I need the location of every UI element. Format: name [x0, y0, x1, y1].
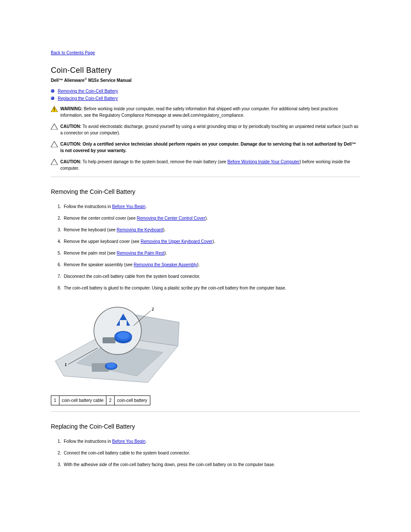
caution-2-label: CAUTION: [60, 142, 81, 146]
svg-point-10 [94, 307, 141, 355]
remove-step-8: 8. The coin-cell battery is glued to the… [51, 285, 360, 291]
step-number: 5. [51, 250, 64, 256]
step-text-post: . [146, 204, 147, 209]
caution-1-label: CAUTION: [60, 124, 81, 129]
replace-step-3: 3. With the adhesive side of the coin-ce… [51, 461, 360, 468]
step-number: 1. [51, 438, 64, 445]
caution-row-3: CAUTION: To help prevent damage to the s… [51, 159, 360, 171]
step-number: 4. [51, 238, 64, 245]
step-text-post: ). [212, 239, 215, 244]
svg-rect-1 [54, 108, 55, 110]
svg-point-21 [107, 363, 115, 368]
figure-coin-cell: 1 2 [51, 296, 360, 391]
svg-rect-2 [54, 111, 55, 112]
callout-1-num: 1 [51, 396, 59, 405]
step-text-pre: Follow the instructions in [64, 439, 112, 444]
table-row: 1 coin-cell battery cable 2 coin-cell ba… [51, 396, 150, 405]
remove-step-3: 3. Remove the keyboard (see Removing the… [51, 227, 360, 233]
link-removing-coin-cell[interactable]: Removing the Coin-Cell Battery [58, 89, 118, 93]
step-text-pre: Remove the upper keyboard cover (see [64, 239, 140, 244]
step-text: The coin-cell battery is glued to the co… [64, 286, 286, 290]
callout-2-num: 2 [106, 396, 115, 405]
remove-step-1: 1. Follow the instructions in Before You… [51, 203, 360, 210]
caution-3-text: CAUTION: To help prevent damage to the s… [60, 159, 360, 171]
caution-2-text: CAUTION: Only a certified service techni… [60, 141, 360, 154]
divider-2 [51, 411, 360, 412]
service-manual-line: Dell™ Alienware® M15x Service Manual [51, 77, 360, 84]
step-link[interactable]: Before You Begin [112, 439, 145, 444]
caution-3-pre: To help prevent damage to the system boa… [81, 159, 227, 164]
step-number: 3. [51, 461, 64, 468]
step-text-pre: Remove the speaker assembly (see [64, 262, 134, 267]
section-links-list: Removing the Coin-Cell Battery Replacing… [51, 88, 360, 102]
callout-1-text: coin-cell battery cable [59, 396, 106, 405]
bullet-item-replace: Replacing the Coin-Cell Battery [51, 95, 360, 102]
step-number: 6. [51, 261, 64, 268]
link-replacing-coin-cell[interactable]: Replacing the Coin-Cell Battery [58, 96, 118, 101]
subsection-removing-title: Removing the Coin-Cell Battery [51, 187, 360, 196]
caution-row-2: CAUTION: Only a certified service techni… [51, 141, 360, 154]
caution-1-text: CAUTION: To avoid electrostatic discharg… [60, 124, 360, 136]
svg-text:2: 2 [152, 307, 154, 311]
remove-step-2: 2. Remove the center control cover (see … [51, 215, 360, 221]
step-number: 8. [51, 285, 64, 291]
svg-rect-11 [103, 337, 115, 343]
svg-marker-3 [51, 124, 58, 130]
svg-point-14 [117, 332, 129, 339]
caution-row-1: CAUTION: To avoid electrostatic discharg… [51, 124, 360, 136]
caution-icon [51, 141, 60, 147]
step-link[interactable]: Removing the Speaker Assembly [134, 262, 197, 267]
svg-text:1: 1 [65, 362, 67, 367]
step-text-post: ). [164, 251, 167, 255]
callout-table: 1 coin-cell battery cable 2 coin-cell ba… [51, 395, 150, 405]
callout-2-text: coin-cell battery [114, 396, 150, 405]
warning-label: WARNING: [60, 106, 83, 111]
step-number: 2. [51, 450, 64, 456]
step-number: 3. [51, 227, 64, 233]
step-text-pre: Remove the palm rest (see [64, 251, 117, 255]
step-text-post: ). [206, 216, 208, 221]
step-link[interactable]: Removing the Keyboard [117, 227, 163, 232]
caution-icon [51, 124, 60, 130]
step-text: Disconnect the coin-cell battery cable f… [64, 274, 200, 279]
caution-2-body: Only a certified service technician shou… [60, 142, 356, 153]
warning-icon [51, 106, 60, 112]
warning-text: WARNING: Before working inside your comp… [60, 106, 360, 118]
back-to-contents-top: Back to Contents Page [51, 50, 360, 56]
step-link[interactable]: Removing the Upper Keyboard Cover [140, 239, 212, 244]
subsection-replacing-title: Replacing the Coin-Cell Battery [51, 422, 360, 431]
step-text-pre: Remove the center control cover (see [64, 216, 137, 221]
step-text: With the adhesive side of the coin-cell … [64, 462, 275, 467]
step-text-post: ). [163, 227, 165, 232]
page-title: Coin-Cell Battery [51, 65, 360, 76]
step-number: 2. [51, 215, 64, 221]
remove-step-4: 4. Remove the upper keyboard cover (see … [51, 238, 360, 245]
step-number: 1. [51, 203, 64, 210]
bullet-item-remove: Removing the Coin-Cell Battery [51, 88, 360, 94]
remove-step-5: 5. Remove the palm rest (see Removing th… [51, 250, 360, 256]
step-text-pre: Remove the keyboard (see [64, 227, 117, 232]
svg-marker-4 [51, 141, 58, 147]
remove-step-6: 6. Remove the speaker assembly (see Remo… [51, 261, 360, 268]
step-link[interactable]: Removing the Center Control Cover [137, 216, 206, 221]
step-link[interactable]: Before You Begin [112, 204, 145, 209]
caution-icon [51, 159, 60, 165]
step-link[interactable]: Removing the Palm Rest [117, 251, 165, 255]
back-to-contents-link[interactable]: Back to Contents Page [51, 50, 95, 55]
remove-step-7: 7. Disconnect the coin-cell battery cabl… [51, 273, 360, 280]
replace-step-2: 2. Connect the coin-cell battery cable t… [51, 450, 360, 456]
step-text-post: . [146, 439, 147, 444]
step-text-post: ). [197, 262, 200, 267]
caution-3-label: CAUTION: [60, 159, 81, 164]
replace-step-1: 1. Follow the instructions in Before You… [51, 438, 360, 445]
step-text-pre: Follow the instructions in [64, 204, 112, 209]
caution-1-body: To avoid electrostatic discharge, ground… [60, 124, 358, 135]
divider-1 [51, 177, 360, 177]
svg-marker-5 [51, 159, 58, 165]
warning-body: Before working inside your computer, rea… [60, 106, 338, 118]
step-number: 7. [51, 273, 64, 280]
caution-3-link[interactable]: Before Working Inside Your Computer [227, 159, 300, 164]
registered-icon: ® [84, 77, 87, 81]
step-text: Connect the coin-cell battery cable to t… [64, 451, 190, 455]
warning-row: WARNING: Before working inside your comp… [51, 106, 360, 118]
